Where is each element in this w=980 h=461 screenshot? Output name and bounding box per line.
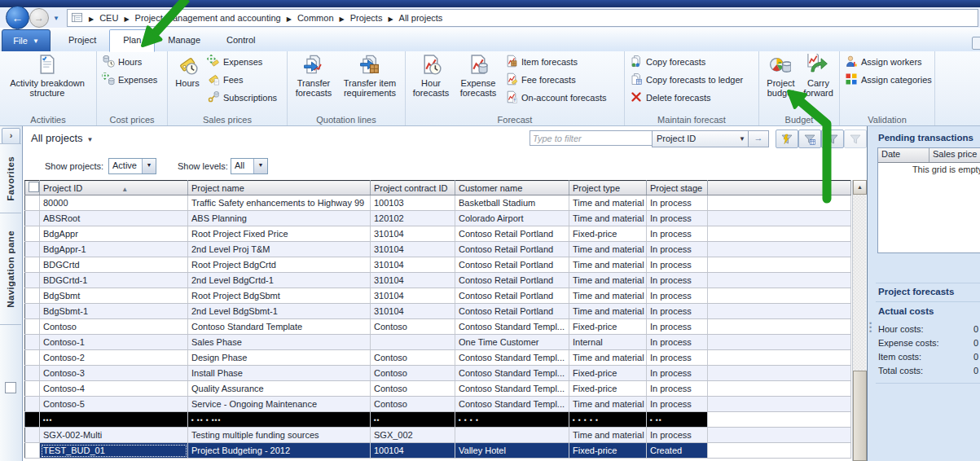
column-header-customer-name[interactable]: Customer name: [455, 181, 569, 195]
ribbon-overflow-icon[interactable]: [972, 37, 980, 50]
tab-project[interactable]: Project: [55, 29, 109, 50]
column-header-project-name[interactable]: Project name: [188, 181, 371, 195]
show-projects-select[interactable]: Active▼: [108, 158, 156, 174]
select-all-header[interactable]: [25, 181, 40, 195]
row-select-cell: [25, 350, 40, 366]
panel-splitter[interactable]: •••: [869, 322, 872, 334]
table-row[interactable]: Contoso-3Install PhaseContosoContoso Sta…: [25, 366, 851, 381]
table-row[interactable]: Contoso-1Sales PhaseOne Time CustomerInt…: [25, 335, 851, 350]
table-row[interactable]: BDGCrtd-12nd Level BdgCrtd-1310104Contos…: [25, 273, 851, 288]
cell: 310104: [371, 257, 455, 273]
fee-forecasts-button[interactable]: Fee forecasts: [503, 71, 609, 89]
table-row[interactable]: 80000Traffic Safety enhancements to High…: [25, 195, 851, 211]
hours-button[interactable]: Hours: [99, 53, 160, 71]
file-menu-button[interactable]: File▼: [2, 29, 51, 52]
scrollbar-thumb[interactable]: [853, 371, 867, 461]
table-row[interactable]: ABSRootABS Planning120102Colorado Airpor…: [25, 211, 851, 226]
pending-column-date[interactable]: Date: [878, 148, 929, 162]
carry-forward-button[interactable]: Carry forward: [801, 53, 836, 112]
back-button[interactable]: ←: [6, 6, 29, 29]
table-row[interactable]: BdgApprRoot Project Fixed Price310104Con…: [25, 226, 851, 242]
show-levels-label: Show levels:: [178, 161, 228, 171]
ribbon-group-label: Budget: [759, 115, 839, 125]
filter-grid-button[interactable]: [798, 130, 821, 148]
forecast-field-label: Expense costs:: [878, 338, 939, 348]
table-row[interactable]: BdgSbmt-12nd Level BdgSbmt-1310104Contos…: [25, 304, 851, 319]
table-row[interactable]: ContosoContoso Standard TemplateContosoC…: [25, 319, 851, 335]
tab-plan[interactable]: Plan: [109, 29, 155, 52]
show-levels-select[interactable]: All▼: [231, 158, 268, 174]
breadcrumb-item[interactable]: All projects: [399, 13, 443, 23]
project-budget-button[interactable]: Project budget: [762, 53, 799, 112]
filter-grid-icon: [803, 133, 816, 146]
forecast-field-row: Expense costs:0: [878, 338, 978, 351]
table-row[interactable]: TEST_BUD_01Project Budgeting - 201210010…: [25, 443, 851, 459]
row-mark-checkbox[interactable]: [5, 382, 16, 393]
hours-button[interactable]: Hours: [171, 53, 204, 112]
copy-forecasts-to-ledger-button[interactable]: Copy forecasts to ledger: [627, 71, 745, 89]
column-header-project-id[interactable]: Project ID▲: [40, 181, 188, 195]
transfer-item-requirements-button[interactable]: Transfer item requirements: [338, 53, 402, 112]
filter-input[interactable]: [530, 130, 653, 146]
expenses-button[interactable]: Expenses: [99, 71, 160, 89]
expense-forecasts-button[interactable]: Expense forecasts: [455, 53, 502, 112]
filler-cell: [708, 412, 851, 428]
column-header-project-type[interactable]: Project type: [569, 181, 647, 195]
chevron-down-icon: ▼: [739, 131, 745, 147]
pending-transactions-title[interactable]: Pending transactions: [878, 133, 973, 143]
fees-button[interactable]: Fees: [204, 71, 279, 89]
table-row[interactable]: BdgSbmtRoot Project BdgSbmt310104Contoso…: [25, 288, 851, 304]
table-row[interactable]: BdgAppr-12nd Level Proj T&M310104Contoso…: [25, 242, 851, 257]
forward-button[interactable]: →: [29, 8, 49, 28]
delete-forecasts-button[interactable]: Delete forecasts: [627, 89, 745, 107]
table-row[interactable]: Contoso-2Design PhaseContosoContoso Stan…: [25, 350, 851, 366]
chevron-down-icon: ▼: [87, 136, 94, 143]
project-forecasts-title[interactable]: Project forecasts: [878, 287, 954, 296]
nav-history-dropdown-icon[interactable]: ▼: [53, 15, 59, 22]
pending-column-sales-price[interactable]: Sales price: [929, 148, 980, 162]
filler-cell: [708, 335, 851, 350]
apply-filter-button[interactable]: →: [748, 130, 769, 147]
breadcrumb-item[interactable]: Project management and accounting: [135, 13, 281, 23]
assign-categories-button[interactable]: Assign categories: [842, 71, 934, 89]
column-header-project-contract-id[interactable]: Project contract ID: [371, 181, 455, 195]
filter-advanced-button[interactable]: ...: [821, 130, 844, 148]
subscriptions-button[interactable]: Subscriptions: [204, 89, 279, 107]
tab-control[interactable]: Control: [213, 29, 268, 50]
cell: Contoso: [371, 381, 455, 397]
cell: [455, 428, 569, 443]
table-row[interactable]: Contoso-4Quality AssuranceContosoContoso…: [25, 381, 851, 397]
activity-breakdown-structure-button[interactable]: Activity breakdown structure: [3, 53, 91, 112]
sidebar-expand-button[interactable]: ›: [2, 128, 20, 144]
actual-costs-title: Actual costs: [878, 306, 934, 316]
forecast-field-row: Item costs:0: [878, 352, 978, 365]
tab-manage[interactable]: Manage: [155, 29, 213, 50]
row-select-cell: [25, 195, 40, 211]
cell: Project Budgeting - 2012: [188, 443, 371, 459]
breadcrumb-item[interactable]: Projects: [350, 13, 383, 23]
sidebar-item-favorites[interactable]: Favorites: [0, 143, 21, 213]
sidebar-item-navigation-pane[interactable]: Navigation pane: [0, 213, 21, 325]
filter-flash-button[interactable]: [776, 130, 798, 148]
on-account-forecasts-button[interactable]: TOn-account forecasts: [503, 89, 609, 107]
page-title[interactable]: All projects▼: [31, 132, 94, 144]
breadcrumb-item[interactable]: Common: [297, 13, 334, 23]
table-row[interactable]: Contoso-5Service - Ongoing MaintenanceCo…: [25, 397, 851, 412]
expenses-button[interactable]: Expenses: [204, 53, 279, 71]
table-row[interactable]: ▪▪▪▪ ▪▪ ▪ ▪▪▪▪▪▪ ▪ ▪ ▪▪ ▪ ▪ ▪ ▪▪ ▪▪: [25, 412, 851, 428]
column-header-project-stage[interactable]: Project stage: [647, 181, 708, 195]
scroll-up-icon[interactable]: ▲: [853, 180, 867, 195]
table-row[interactable]: BDGCrtdRoot Project BdgCrtd310104Contoso…: [25, 257, 851, 273]
hour-forecasts-button[interactable]: Hour forecasts: [409, 53, 453, 112]
assign-workers-button[interactable]: Assign workers: [842, 53, 934, 71]
select-all-checkbox[interactable]: [29, 182, 39, 192]
transfer-forecasts-button[interactable]: Transfer forecasts: [291, 53, 336, 112]
item-forecasts-button[interactable]: Item forecasts: [503, 53, 609, 71]
table-row[interactable]: SGX-002-MultiTesting multiple funding so…: [25, 428, 851, 443]
filler-cell: [708, 366, 851, 381]
breadcrumb-item[interactable]: CEU: [99, 13, 118, 23]
filter-remove-button[interactable]: [844, 130, 867, 148]
filter-field-select[interactable]: Project ID▼: [652, 130, 750, 147]
vertical-scrollbar[interactable]: ▲: [852, 180, 866, 461]
copy-forecasts-button[interactable]: Copy forecasts: [627, 53, 745, 71]
